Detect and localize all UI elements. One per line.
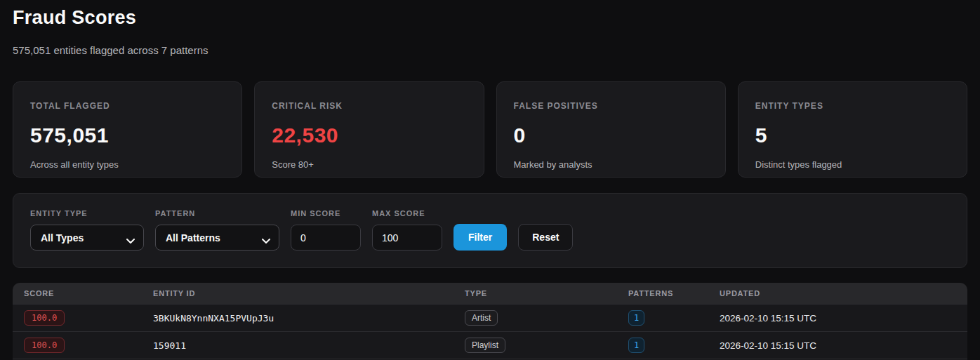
- type-badge: Playlist: [465, 338, 505, 353]
- stat-sub: Distinct types flagged: [755, 159, 950, 170]
- results-table: SCORE ENTITY ID TYPE PATTERNS UPDATED 10…: [13, 283, 967, 360]
- column-header-score: SCORE: [13, 289, 142, 298]
- max-score-group: MAX SCORE: [372, 209, 442, 251]
- pattern-select[interactable]: All Patterns: [155, 225, 279, 251]
- max-score-label: MAX SCORE: [372, 209, 442, 218]
- page-title: Fraud Scores: [13, 7, 967, 29]
- updated-timestamp: 2026-02-10 15:15 UTC: [720, 313, 816, 324]
- stat-label: ENTITY TYPES: [755, 101, 950, 111]
- reset-button[interactable]: Reset: [518, 224, 573, 251]
- patterns-badge: 1: [628, 338, 644, 353]
- table-row[interactable]: 100.0 3BKUkN8YnnNXA15PVUpJ3u Artist 1 20…: [13, 304, 967, 331]
- pattern-label: PATTERN: [155, 209, 279, 218]
- chevron-down-icon: [262, 234, 270, 247]
- entity-type-value: All Types: [41, 232, 84, 244]
- column-header-type: TYPE: [453, 289, 617, 298]
- entity-type-group: ENTITY TYPE All Types: [30, 209, 144, 251]
- pattern-group: PATTERN All Patterns: [155, 209, 279, 251]
- chevron-down-icon: [126, 234, 135, 247]
- min-score-group: MIN SCORE: [291, 209, 361, 251]
- min-score-label: MIN SCORE: [291, 209, 361, 218]
- column-header-patterns: PATTERNS: [617, 289, 708, 298]
- score-badge: 100.0: [24, 310, 65, 326]
- stat-card-critical-risk: CRITICAL RISK 22,530 Score 80+: [254, 81, 484, 178]
- max-score-input[interactable]: [372, 225, 442, 251]
- pattern-value: All Patterns: [166, 232, 220, 244]
- stat-value: 0: [514, 124, 708, 147]
- stat-card-entity-types: ENTITY TYPES 5 Distinct types flagged: [738, 81, 967, 178]
- stat-sub: Marked by analysts: [514, 159, 708, 170]
- score-badge: 100.0: [24, 338, 65, 353]
- entity-type-label: ENTITY TYPE: [30, 209, 144, 218]
- table-row[interactable]: 100.0 159011 Playlist 1 2026-02-10 15:15…: [13, 331, 967, 359]
- stat-value: 575,051: [30, 124, 225, 147]
- stat-sub: Score 80+: [272, 159, 466, 170]
- entity-type-select[interactable]: All Types: [30, 225, 144, 251]
- patterns-badge: 1: [628, 310, 644, 326]
- stat-label: TOTAL FLAGGED: [30, 101, 225, 111]
- stat-label: FALSE POSITIVES: [514, 101, 708, 111]
- table-header: SCORE ENTITY ID TYPE PATTERNS UPDATED: [13, 283, 967, 304]
- min-score-input[interactable]: [291, 225, 361, 251]
- page-subtitle: 575,051 entities flagged across 7 patter…: [13, 44, 967, 56]
- column-header-updated: UPDATED: [708, 289, 967, 298]
- entity-id: 159011: [153, 340, 186, 351]
- stat-card-false-positives: FALSE POSITIVES 0 Marked by analysts: [496, 81, 726, 178]
- updated-timestamp: 2026-02-10 15:15 UTC: [720, 340, 816, 351]
- type-badge: Artist: [465, 310, 498, 326]
- stats-row: TOTAL FLAGGED 575,051 Across all entity …: [13, 81, 967, 178]
- column-header-entity-id: ENTITY ID: [142, 289, 453, 298]
- stat-sub: Across all entity types: [30, 159, 225, 170]
- stat-value: 5: [755, 124, 950, 147]
- filter-button[interactable]: Filter: [453, 224, 507, 251]
- stat-label: CRITICAL RISK: [272, 101, 466, 111]
- page: Fraud Scores 575,051 entities flagged ac…: [0, 0, 980, 360]
- filter-bar: ENTITY TYPE All Types PATTERN All Patter…: [13, 193, 967, 268]
- stat-value: 22,530: [272, 124, 466, 147]
- entity-id: 3BKUkN8YnnNXA15PVUpJ3u: [153, 313, 274, 324]
- stat-card-total-flagged: TOTAL FLAGGED 575,051 Across all entity …: [13, 81, 242, 178]
